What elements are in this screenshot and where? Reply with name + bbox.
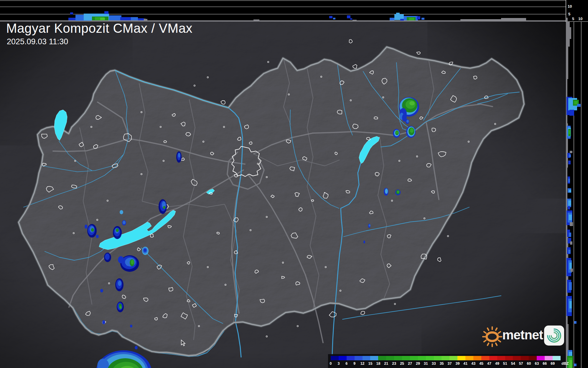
colorbar-segment — [497, 356, 505, 360]
radar-echo — [85, 225, 88, 229]
colorbar-tick: 6 — [345, 362, 347, 366]
colorbar-segment — [394, 356, 402, 360]
colorbar-tick: 43 — [471, 362, 475, 366]
radar-echo — [100, 289, 103, 292]
metnet-app-icon — [544, 326, 564, 346]
profile-echo — [400, 19, 404, 21]
radar-echo — [119, 306, 122, 309]
profile-echo — [568, 200, 571, 206]
profile-echo — [569, 130, 570, 134]
radar-echo — [363, 241, 365, 243]
colorbar-segment — [410, 356, 418, 360]
colorbar-segment — [402, 356, 410, 360]
colorbar-segment — [386, 356, 394, 360]
colorbar-tick: 57 — [519, 362, 523, 366]
profile-echo — [569, 154, 571, 157]
colorbar-tick: 54 — [511, 362, 515, 366]
radar-echo — [130, 325, 132, 328]
radar-echo — [131, 260, 134, 264]
colorbar-segment — [489, 356, 497, 360]
profile-echo — [569, 190, 571, 192]
profile-echo — [569, 263, 572, 269]
profile-echo — [390, 18, 394, 20]
profile-echo — [568, 179, 570, 182]
profile-echo — [417, 16, 420, 19]
colorbar-tick: 63 — [535, 362, 539, 366]
colorbar-unit-label: dBZ — [561, 362, 569, 366]
colorbar-segment — [521, 356, 529, 360]
colorbar-tick: 18 — [376, 362, 380, 366]
colorbar-segment — [537, 356, 545, 360]
radar-echo — [96, 235, 99, 238]
radar-echo — [406, 120, 409, 123]
map-area — [0, 22, 566, 368]
colorbar-segment — [370, 356, 378, 360]
profile-echo — [329, 16, 332, 18]
profile-echo — [568, 161, 571, 164]
profile-echo — [68, 18, 75, 20]
colorbar-segment — [418, 356, 426, 360]
profile-echo — [570, 222, 573, 226]
colorbar-segment — [339, 356, 347, 360]
colorbar-segment — [529, 356, 537, 360]
colorbar-segment — [545, 356, 553, 360]
radar-echo — [385, 189, 388, 194]
profile-echo — [569, 233, 571, 237]
colorbar-tick: 23 — [392, 362, 396, 366]
radar-composite-view: Magyar Kompozit CMax / VMax 2025.09.03 1… — [0, 0, 588, 368]
colorbar-tick: 33 — [432, 362, 436, 366]
page-title: Magyar Kompozit CMax / VMax — [6, 21, 192, 36]
colorbar-segment — [473, 356, 481, 360]
colorbar-tick: 15 — [368, 362, 373, 366]
colorbar-segment — [457, 356, 465, 360]
profile-echo — [574, 321, 577, 324]
colorbar-segment — [481, 356, 489, 360]
vignette — [0, 22, 566, 368]
profile-echo — [569, 215, 572, 220]
radar-echo — [410, 128, 414, 133]
profile-echo — [421, 18, 424, 20]
profile-echo — [571, 269, 573, 272]
colorbar-segment — [442, 356, 449, 360]
right-profile-strip — [566, 0, 588, 368]
radar-echo — [123, 221, 126, 224]
profile-echo — [120, 17, 131, 20]
profile-echo — [347, 15, 350, 18]
profile-echo — [569, 282, 572, 290]
colorbar-tick: 66 — [543, 362, 547, 366]
colorbar-tick: 9 — [353, 362, 355, 366]
colorbar-segment — [434, 356, 442, 360]
profile-echo — [70, 12, 73, 14]
profile-echo — [569, 360, 572, 368]
corner-axis-label-10: 10 — [578, 17, 582, 21]
colorbar-tick: 27 — [408, 362, 412, 366]
profile-echo — [568, 206, 570, 210]
colorbar-segments — [331, 356, 561, 360]
profile-echo — [131, 17, 138, 20]
colorbar-tick: 39 — [455, 362, 459, 366]
top-profile-strip — [0, 0, 588, 22]
corner-axis-label-5: 5 — [572, 17, 574, 21]
terrain-profile — [566, 18, 568, 22]
colorbar-tick: 31 — [424, 362, 428, 366]
colorbar-tick: 3 — [337, 362, 340, 366]
timestamp: 2025.09.03 11:30 — [7, 37, 68, 46]
colorbar-tick: 25 — [400, 362, 404, 366]
colorbar-segment — [449, 356, 457, 360]
profile-echo — [100, 18, 105, 20]
terrain-profile — [253, 19, 259, 21]
colorbar-segment — [378, 356, 386, 360]
colorbar-tick: 45 — [479, 362, 483, 366]
radar-echo — [409, 101, 415, 105]
profile-echo — [144, 19, 147, 20]
colorbar-segment — [355, 356, 363, 360]
altitude-label-5km: 5 — [568, 12, 570, 16]
metnet-logo: metnet — [482, 324, 566, 349]
profile-echo — [569, 110, 574, 116]
profile-echo — [569, 301, 572, 308]
colorbar-tick: 29 — [416, 362, 420, 366]
colorbar-tick: 21 — [384, 362, 388, 366]
profile-echo — [333, 18, 335, 19]
terrain-profile — [566, 47, 568, 79]
colorbar-tick: 47 — [487, 362, 491, 366]
